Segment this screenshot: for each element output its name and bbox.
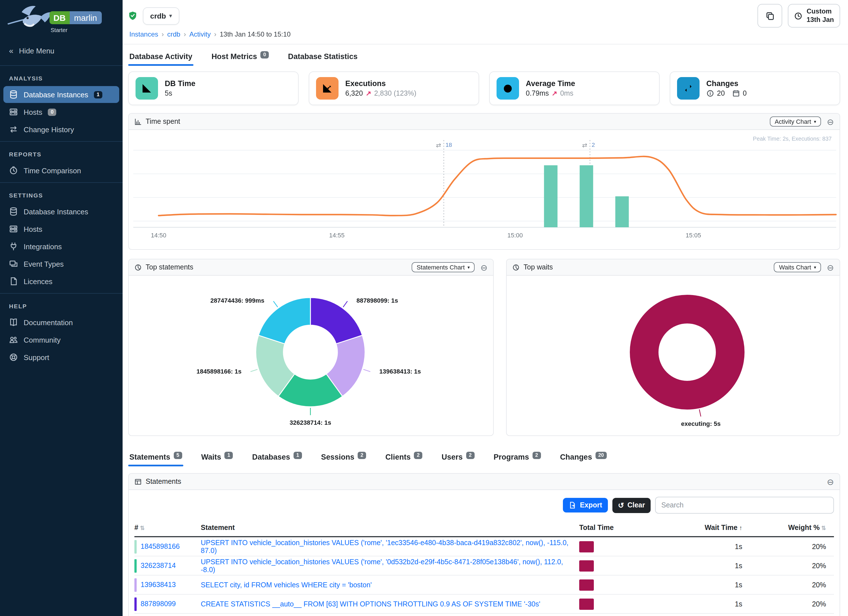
column-header-[interactable]: #⇅ [134,519,201,537]
sidebar-item-database-instances[interactable]: Database Instances1 [3,86,119,103]
total-time-bar [579,579,594,591]
statement-id-link[interactable]: 887898099 [141,600,176,607]
breadcrumb-separator: › [184,30,186,38]
hide-menu-button[interactable]: « Hide Menu [0,39,123,62]
wait-time-cell: 1s [664,575,742,594]
instance-selector[interactable]: crdb ▾ [143,7,179,24]
wait-time-cell: 1s [664,537,742,556]
column-header-statement[interactable]: Statement [201,519,579,537]
collapse-panel-icon[interactable]: ⊖ [827,263,834,272]
metric-delta: 2,830 (123%) [374,89,417,97]
detail-tab-users[interactable]: Users2 [440,451,476,466]
donut-chart [129,276,493,435]
detail-tab-sessions[interactable]: Sessions2 [320,451,368,466]
bar-chart-icon [134,118,142,125]
detail-tab-waits[interactable]: Waits1 [200,451,234,466]
statement-id-cell: 326238714 [134,556,201,575]
clear-label: Clear [627,501,645,509]
donut-label: 139638413: 1s [379,368,421,374]
clear-button[interactable]: ↺ Clear [612,497,651,513]
licence-icon [9,277,18,286]
collapse-panel-icon[interactable]: ⊖ [827,477,834,486]
activity-chart-dropdown[interactable]: Activity Chart ▾ [769,116,821,126]
statements-chart-dropdown[interactable]: Statements Chart ▾ [412,262,475,272]
breadcrumb-crdb[interactable]: crdb [167,30,181,38]
svg-text:14:55: 14:55 [329,232,344,239]
server-icon [9,107,18,116]
breadcrumb-separator: › [214,30,216,38]
donut-label: 287474436: 999ms [210,297,264,304]
tab-badge: 0 [260,51,269,58]
detail-tab-clients[interactable]: Clients2 [384,451,423,466]
metric-card-executions: Executions6,320↗2,830 (123%) [309,71,479,105]
tab-label: Statements [129,453,170,461]
statements-toolbar: Export ↺ Clear [129,490,839,518]
health-shield-icon [128,11,137,20]
sidebar-item-documentation[interactable]: Documentation [3,314,119,331]
tab-database-statistics[interactable]: Database Statistics [287,50,359,66]
tab-host-metrics[interactable]: Host Metrics0 [210,50,270,66]
column-label: Statement [201,524,235,531]
sidebar-item-change-history[interactable]: Change History [3,121,119,138]
search-input[interactable] [655,497,834,514]
detail-tab-statements[interactable]: Statements5 [128,451,183,466]
collapse-panel-icon[interactable]: ⊖ [480,263,488,272]
weight-cell: 20% [742,556,834,575]
sidebar-item-database-instances[interactable]: Database Instances [3,203,119,220]
sidebar-item-label: Database Instances [24,207,88,216]
table-row: 139638413SELECT city, id FROM vehicles W… [134,575,834,594]
tab-badge: 2 [358,452,366,459]
docs-icon [9,318,18,327]
column-header-wait-time[interactable]: Wait Time↑ [664,519,742,537]
export-button[interactable]: Export [563,498,608,512]
metric-count: 0 [743,89,747,97]
column-header-total-time[interactable]: Total Time [579,519,664,537]
total-time-cell [579,556,664,575]
statement-id-link[interactable]: 139638413 [141,580,176,588]
sidebar-item-integrations[interactable]: Integrations [3,238,119,255]
sidebar-item-hosts[interactable]: Hosts0 [3,104,119,120]
breadcrumb-13th-jan-14-50-to-15-10: 13th Jan 14:50 to 15:10 [219,30,291,38]
statement-link[interactable]: SELECT city, id FROM vehicles WHERE city… [201,581,372,589]
svg-text:2: 2 [592,141,595,148]
metric-cards: DB Time5sExecutions6,320↗2,830 (123%)Ave… [128,71,840,105]
sidebar-divider [0,182,123,183]
breadcrumb-instances[interactable]: Instances [129,30,158,38]
caret-down-icon: ▾ [814,119,816,124]
sidebar-item-hosts[interactable]: Hosts [3,221,119,237]
detail-tab-databases[interactable]: Databases1 [251,451,303,466]
statement-color-bar [134,540,136,553]
sidebar-item-time-comparison[interactable]: Time Comparison [3,162,119,179]
sidebar-item-event-types[interactable]: Event Types [3,255,119,272]
waits-chart-dropdown[interactable]: Waits Chart ▾ [774,262,821,272]
top-header: crdb ▾ Custom 13th Jan [128,4,840,27]
sidebar-item-support[interactable]: Support [3,349,119,366]
statements-panel-header: Statements ⊖ [129,474,839,490]
server-icon [9,224,18,233]
column-header-weight[interactable]: Weight %⇅ [742,519,834,537]
sidebar-item-community[interactable]: Community [3,331,119,348]
statement-cell: UPSERT INTO vehicle_location_histories V… [201,613,579,616]
detail-tab-programs[interactable]: Programs2 [492,451,542,466]
statement-id-link[interactable]: 1845898166 [141,542,180,550]
detail-tab-changes[interactable]: Changes20 [559,451,608,466]
sidebar-item-licences[interactable]: Licences [3,273,119,290]
time-spent-panel: Time spent Activity Chart ▾ ⊖ Peak Time:… [128,113,840,250]
statement-link[interactable]: UPSERT INTO vehicle_location_histories V… [201,558,563,573]
statement-link[interactable]: CREATE STATISTICS __auto__ FROM [63] WIT… [201,600,540,608]
time-range-button[interactable]: Custom 13th Jan [788,4,840,28]
metric-value-row: 6,320↗2,830 (123%) [345,89,417,97]
waits-chart-label: Waits Chart [779,264,811,270]
collapse-panel-icon[interactable]: ⊖ [827,117,834,126]
logo-marlin: marlin [70,11,101,24]
logo-db: DB [49,11,70,24]
statements-panel: Statements ⊖ Export ↺ Clear [128,473,840,616]
breadcrumb-activity[interactable]: Activity [189,30,211,38]
statement-id-link[interactable]: 326238714 [141,561,176,569]
wait-time-cell: 999ms [664,613,742,616]
tab-badge: 5 [174,452,182,459]
statement-link[interactable]: UPSERT INTO vehicle_location_histories V… [201,539,569,554]
tab-database-activity[interactable]: Database Activity [128,50,193,66]
copy-link-button[interactable] [758,4,783,28]
metric-card-db-time: DB Time5s [128,71,299,105]
